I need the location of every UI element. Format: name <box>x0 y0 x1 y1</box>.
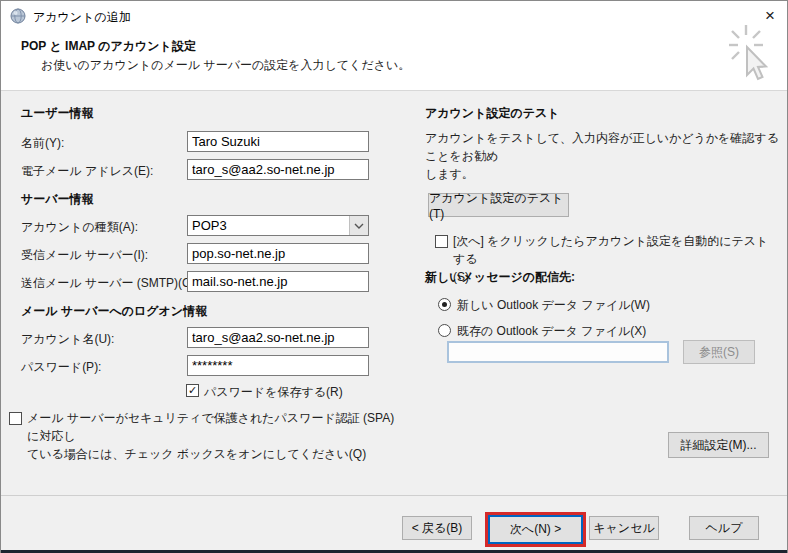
new-data-file-radio[interactable] <box>438 298 451 311</box>
checkmark-icon: ✓ <box>188 384 197 396</box>
red-highlight-annotation: 次へ(N) > <box>485 512 586 547</box>
incoming-server-input[interactable] <box>187 243 369 264</box>
cursor-click-annotation-icon <box>717 19 779 89</box>
existing-data-file-radio[interactable] <box>438 324 451 337</box>
section-delivery: 新しいメッセージの配信先: <box>425 269 575 286</box>
spa-checkbox-label: メール サーバーがセキュリティで保護されたパスワード認証 (SPA) に対応し … <box>27 409 407 463</box>
section-account-test: アカウント設定のテスト <box>425 105 560 122</box>
auto-test-checkbox[interactable] <box>435 235 448 248</box>
spa-label-line1: メール サーバーがセキュリティで保護されたパスワード認証 (SPA) に対応し <box>27 409 407 445</box>
page-title: POP と IMAP のアカウント設定 <box>21 38 196 55</box>
wizard-header: POP と IMAP のアカウント設定 お使いのアカウントのメール サーバーの設… <box>1 31 787 91</box>
save-password-label: パスワードを保存する(R) <box>204 384 343 401</box>
account-type-select[interactable]: POP3 <box>187 215 369 236</box>
account-name-input[interactable] <box>187 327 369 348</box>
title-bar: アカウントの追加 × <box>1 1 787 31</box>
email-input[interactable] <box>187 159 369 180</box>
account-type-value: POP3 <box>188 218 349 233</box>
section-logon-info: メール サーバーへのログオン情報 <box>21 303 207 320</box>
next-button[interactable]: 次へ(N) > <box>488 515 583 544</box>
browse-button: 参照(S) <box>683 340 755 364</box>
add-account-dialog: アカウントの追加 × POP と IMAP のアカウント設定 お使いのアカウント… <box>0 0 788 553</box>
spa-checkbox[interactable] <box>9 412 22 425</box>
app-globe-icon <box>10 8 26 24</box>
account-test-desc-line1: アカウントをテストして、入力内容が正しいかどうかを確認することをお勧め <box>425 129 780 165</box>
name-input[interactable] <box>187 131 369 152</box>
radio-dot <box>442 302 447 307</box>
existing-data-file-label: 既存の Outlook データ ファイル(X) <box>457 323 646 340</box>
outgoing-server-label: 送信メール サーバー (SMTP)(O): <box>21 275 199 292</box>
back-button[interactable]: < 戻る(B) <box>402 516 472 540</box>
outgoing-server-input[interactable] <box>187 271 369 292</box>
account-test-description: アカウントをテストして、入力内容が正しいかどうかを確認することをお勧め します。 <box>425 129 780 183</box>
password-label: パスワード(P): <box>21 359 101 376</box>
auto-test-label-line1: [次へ] をクリックしたらアカウント設定を自動的にテストする <box>453 232 773 268</box>
account-test-desc-line2: します。 <box>425 165 780 183</box>
advanced-settings-button[interactable]: 詳細設定(M)... <box>668 432 769 458</box>
cancel-button[interactable]: キャンセル <box>589 516 659 540</box>
data-file-path-input[interactable] <box>447 341 669 363</box>
footer-divider <box>1 495 787 496</box>
email-label: 電子メール アドレス(E): <box>21 163 153 180</box>
help-button[interactable]: ヘルプ <box>689 516 759 540</box>
section-server-info: サーバー情報 <box>21 191 94 208</box>
section-user-info: ユーザー情報 <box>21 105 94 122</box>
new-data-file-label: 新しい Outlook データ ファイル(W) <box>457 297 650 314</box>
account-type-label: アカウントの種類(A): <box>21 219 138 236</box>
spa-label-line2: ている場合には、チェック ボックスをオンにしてください(Q) <box>27 445 407 463</box>
window-title: アカウントの追加 <box>33 9 131 26</box>
chevron-down-icon[interactable] <box>349 216 368 235</box>
test-account-settings-button[interactable]: アカウント設定のテスト(T) <box>428 193 569 217</box>
save-password-checkbox[interactable]: ✓ <box>186 384 199 397</box>
page-subtitle: お使いのアカウントのメール サーバーの設定を入力してください。 <box>41 57 410 74</box>
account-name-label: アカウント名(U): <box>21 331 114 348</box>
incoming-server-label: 受信メール サーバー(I): <box>21 247 148 264</box>
password-input[interactable] <box>187 355 369 376</box>
name-label: 名前(Y): <box>21 135 64 152</box>
